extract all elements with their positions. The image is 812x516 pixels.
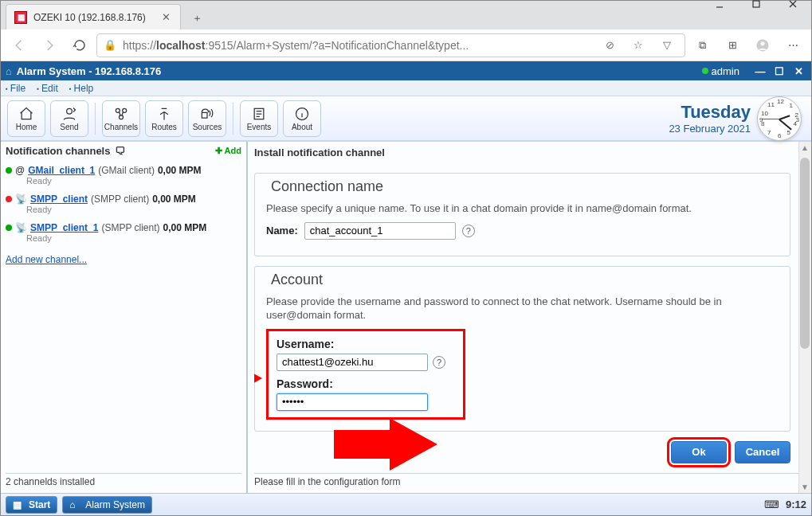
account-highlight-box: Username: ? Password: bbox=[266, 329, 465, 420]
app-close-button[interactable]: ✕ bbox=[790, 64, 806, 78]
overflow-icon[interactable]: ⋯ bbox=[779, 33, 806, 57]
annotation-arrow-icon bbox=[254, 342, 262, 414]
date-label: 23 February 2021 bbox=[669, 123, 751, 135]
channel-status: Ready bbox=[26, 233, 241, 243]
new-tab-button[interactable]: ＋ bbox=[186, 7, 208, 29]
close-tab-icon[interactable]: ✕ bbox=[159, 11, 172, 24]
keyboard-tray-icon[interactable]: ⌨ bbox=[764, 498, 779, 510]
status-dot-icon bbox=[702, 68, 708, 74]
ok-button[interactable]: Ok bbox=[671, 441, 727, 463]
channels-icon bbox=[113, 105, 129, 123]
nav-back-button[interactable] bbox=[6, 33, 33, 57]
clock-icon: 12 1 2 3 4 5 6 7 8 9 10 11 bbox=[757, 96, 802, 141]
scrollbar[interactable]: ▲ ▼ bbox=[798, 142, 811, 493]
browser-tab[interactable]: ▦ OZEKI 10 (192.168.8.176) ✕ bbox=[6, 4, 181, 29]
account-help: Please provide the username and password… bbox=[266, 295, 779, 322]
sources-icon bbox=[199, 105, 215, 123]
shield-icon[interactable]: ▽ bbox=[656, 39, 678, 51]
start-icon: ▦ bbox=[13, 499, 24, 510]
connection-name-input[interactable] bbox=[304, 222, 456, 240]
status-dot-icon bbox=[6, 167, 12, 174]
username-label: Username: bbox=[277, 338, 455, 350]
window-maximize-button[interactable] bbox=[738, 0, 775, 9]
svg-point-9 bbox=[120, 115, 124, 119]
account-group: Account Please provide the username and … bbox=[254, 266, 790, 432]
app-maximize-button[interactable]: ☐ bbox=[771, 64, 787, 78]
svg-point-6 bbox=[67, 108, 73, 114]
menu-file[interactable]: File bbox=[6, 83, 25, 94]
scrollbar-thumb[interactable] bbox=[800, 158, 810, 349]
svg-point-5 bbox=[760, 41, 764, 45]
nav-forward-button[interactable] bbox=[36, 33, 63, 57]
toolbar-home-button[interactable]: Home bbox=[7, 100, 45, 137]
username-input[interactable] bbox=[277, 354, 428, 371]
svg-marker-12 bbox=[254, 342, 262, 414]
start-button[interactable]: ▦ Start bbox=[6, 496, 57, 514]
at-icon: @ bbox=[15, 165, 25, 176]
menu-edit[interactable]: Edit bbox=[37, 83, 58, 94]
address-bar[interactable]: 🔒 https://localhost:9515/Alarm+System/?a… bbox=[96, 33, 685, 57]
app-title: Alarm System - 192.168.8.176 bbox=[17, 65, 161, 77]
channel-item[interactable]: @ GMail_client_1 (GMail client) 0,00 MPM… bbox=[6, 165, 241, 186]
app-house-icon: ⌂ bbox=[6, 65, 12, 77]
favorites-icon[interactable]: ☆ bbox=[627, 39, 649, 51]
toolbar-sources-button[interactable]: Sources bbox=[188, 100, 226, 137]
annotation-arrow-icon bbox=[334, 418, 437, 471]
reader-icon[interactable]: ⊘ bbox=[598, 39, 621, 51]
status-dot-icon bbox=[6, 196, 12, 202]
add-new-channel-link[interactable]: Add new channel... bbox=[6, 254, 241, 265]
nav-refresh-button[interactable] bbox=[66, 33, 93, 57]
name-label: Name: bbox=[266, 225, 298, 236]
svg-marker-13 bbox=[334, 418, 437, 471]
tray-clock: 9:12 bbox=[786, 498, 806, 510]
add-channel-plus[interactable]: ✚ Add bbox=[215, 146, 241, 156]
header-channels-icon: 🗨 bbox=[115, 145, 125, 157]
app-titlebar: ⌂ Alarm System - 192.168.8.176 admin — ☐… bbox=[1, 61, 811, 80]
apps-icon[interactable]: ⊞ bbox=[719, 33, 746, 57]
help-icon[interactable]: ? bbox=[462, 225, 475, 237]
weekday-label: Tuesday bbox=[669, 102, 751, 123]
channel-item[interactable]: 📡 SMPP_client_1 (SMPP client) 0,00 MPM R… bbox=[6, 222, 241, 243]
antenna-icon: 📡 bbox=[15, 194, 27, 205]
cancel-button[interactable]: Cancel bbox=[735, 441, 790, 463]
help-icon[interactable]: ? bbox=[433, 356, 445, 369]
channel-link[interactable]: GMail_client_1 bbox=[28, 165, 95, 176]
channel-status: Ready bbox=[26, 205, 241, 214]
routes-icon bbox=[156, 105, 172, 123]
home-icon bbox=[18, 105, 34, 123]
password-label: Password: bbox=[277, 377, 455, 390]
window-close-button[interactable] bbox=[775, 0, 811, 9]
user-chip[interactable]: admin bbox=[702, 65, 739, 77]
toolbar-events-button[interactable]: Events bbox=[240, 100, 278, 137]
app-minimize-button[interactable]: — bbox=[752, 64, 768, 78]
connection-name-group: Connection name Please specify a unique … bbox=[254, 173, 790, 256]
about-icon bbox=[294, 105, 310, 123]
right-footer: Please fill in the configuration form bbox=[254, 473, 805, 490]
account-legend: Account bbox=[266, 272, 328, 288]
favicon-icon: ▦ bbox=[14, 11, 27, 24]
url-text: https://localhost:9515/Alarm+System/?a=N… bbox=[123, 39, 592, 52]
window-minimize-button[interactable] bbox=[701, 0, 738, 9]
toolbar-about-button[interactable]: About bbox=[283, 100, 321, 137]
profile-icon[interactable] bbox=[749, 33, 776, 57]
left-footer: 2 channelds installed bbox=[6, 473, 241, 490]
tab-title: OZEKI 10 (192.168.8.176) bbox=[33, 12, 159, 23]
svg-rect-1 bbox=[753, 1, 759, 7]
events-icon bbox=[251, 105, 267, 123]
status-dot-icon bbox=[6, 225, 12, 231]
toolbar: Home Send Channels Routes Sources Events… bbox=[1, 96, 811, 141]
toolbar-routes-button[interactable]: Routes bbox=[145, 100, 183, 137]
taskbar-item-alarm[interactable]: ⌂ Alarm System bbox=[62, 496, 152, 514]
password-input[interactable] bbox=[277, 393, 428, 411]
send-icon bbox=[61, 105, 77, 123]
toolbar-channels-button[interactable]: Channels bbox=[102, 100, 140, 137]
antenna-icon: 📡 bbox=[15, 222, 27, 233]
channel-link[interactable]: SMPP_client bbox=[30, 194, 88, 205]
channel-status: Ready bbox=[26, 176, 241, 186]
channel-item[interactable]: 📡 SMPP_client (SMPP client) 0,00 MPM Rea… bbox=[6, 194, 241, 214]
collections-icon[interactable]: ⧉ bbox=[688, 33, 716, 57]
connection-legend: Connection name bbox=[266, 178, 388, 195]
channel-link[interactable]: SMPP_client_1 bbox=[30, 222, 98, 233]
menu-help[interactable]: Help bbox=[69, 83, 94, 94]
toolbar-send-button[interactable]: Send bbox=[50, 100, 88, 137]
